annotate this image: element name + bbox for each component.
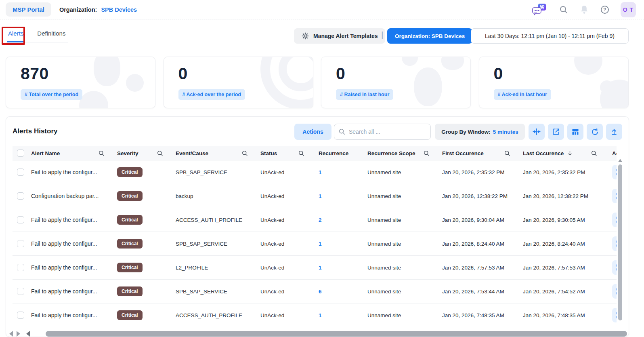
event-cause: backup — [176, 193, 193, 199]
columns-icon — [571, 128, 579, 136]
vertical-scrollbar-thumb[interactable] — [618, 164, 622, 320]
tab-definitions[interactable]: Definitions — [36, 25, 66, 42]
ai-assistant-icon[interactable] — [531, 2, 548, 17]
col-header-status[interactable]: Status — [260, 150, 277, 156]
scroll-up-icon[interactable] — [618, 159, 622, 162]
card-decoration — [574, 57, 602, 75]
status-value: UnAck-ed — [260, 241, 284, 247]
stat-value: 0 — [336, 64, 345, 83]
recurrence-link[interactable]: 1 — [319, 193, 322, 199]
gear-icon — [301, 32, 309, 40]
expand-alert-button[interactable] — [612, 260, 617, 275]
col-header-severity[interactable]: Severity — [117, 150, 138, 156]
select-all-checkbox[interactable] — [17, 150, 24, 157]
card-decoration — [402, 57, 418, 66]
card-decoration — [79, 91, 108, 108]
row-checkbox[interactable] — [17, 216, 24, 223]
recurrence-link[interactable]: 2 — [319, 217, 322, 223]
col-header-recurrence-scope[interactable]: Recurrence Scope — [367, 150, 415, 156]
open-in-new-button[interactable] — [548, 124, 564, 140]
alert-name: Configuration backup par... — [31, 193, 99, 199]
status-value: UnAck-ed — [260, 169, 284, 175]
expand-alert-button[interactable] — [612, 189, 617, 203]
alerts-history-panel: Alerts History Actions Group By Window: … — [6, 116, 629, 337]
status-value: UnAck-ed — [260, 217, 284, 223]
col-header-last-occurence[interactable]: Last Occurence — [523, 150, 564, 156]
col-header-first-occurence[interactable]: First Occurence — [442, 150, 484, 156]
column-search-icon[interactable] — [504, 150, 511, 157]
column-search-icon[interactable] — [98, 150, 105, 157]
expand-alert-button[interactable] — [612, 213, 617, 227]
help-icon[interactable]: ? — [600, 5, 610, 15]
alert-name: Fail to apply the configur... — [31, 169, 97, 175]
vertical-scrollbar[interactable] — [618, 159, 623, 330]
recurrence-link[interactable]: 1 — [319, 169, 322, 175]
recurrence-link[interactable]: 1 — [319, 312, 322, 318]
severity-badge: Critical — [117, 310, 143, 320]
msp-portal-logo[interactable]: MSP Portal — [6, 2, 51, 17]
severity-badge: Critical — [117, 215, 143, 225]
actions-button[interactable]: Actions — [294, 124, 331, 140]
col-header-alert-name[interactable]: Alert Name — [31, 150, 60, 156]
row-checkbox[interactable] — [17, 192, 24, 200]
row-checkbox[interactable] — [17, 264, 24, 271]
organization-filter-button[interactable]: Organization: SPB Devices — [387, 28, 472, 44]
expand-icon — [616, 168, 617, 176]
row-checkbox[interactable] — [17, 168, 24, 176]
recurrence-link[interactable]: 6 — [319, 289, 322, 295]
toolbar-divider: | — [381, 30, 383, 40]
export-button[interactable] — [606, 124, 622, 140]
first-occurence: Jan 20, 2026, 7:48:35 AM — [442, 312, 504, 318]
search-icon[interactable] — [559, 5, 568, 15]
recurrence-link[interactable]: 1 — [319, 265, 322, 271]
expand-alert-button[interactable] — [612, 284, 617, 299]
col-header-recurrence[interactable]: Recurrence — [319, 150, 348, 156]
user-avatar[interactable]: O T — [621, 2, 636, 17]
scroll-left-icon[interactable] — [26, 331, 30, 337]
page-next-icon[interactable] — [17, 331, 20, 337]
column-search-icon[interactable] — [298, 150, 305, 157]
stat-card: 0 # Ack-ed over the period — [164, 57, 313, 108]
manage-alert-templates-button[interactable]: Manage Alert Templates — [294, 28, 385, 44]
expand-alert-button[interactable] — [612, 308, 617, 322]
manage-alert-templates-label: Manage Alert Templates — [313, 33, 378, 39]
column-search-icon[interactable] — [157, 150, 164, 157]
horizontal-scrollbar-thumb[interactable] — [46, 331, 627, 337]
expand-alert-button[interactable] — [612, 236, 617, 251]
recurrence-link[interactable]: 1 — [319, 241, 322, 247]
group-by-window-button[interactable]: Group By Window: 5 minutes — [435, 124, 525, 140]
expand-alert-button[interactable] — [612, 165, 617, 179]
columns-settings-button[interactable] — [567, 124, 583, 140]
stat-value: 870 — [21, 64, 49, 83]
organization-name-link[interactable]: SPB Devices — [101, 6, 137, 13]
alert-name: Fail to apply the configur... — [31, 240, 97, 247]
column-search-icon[interactable] — [241, 150, 248, 157]
collapse-columns-button[interactable] — [529, 124, 545, 140]
first-occurence: Jan 20, 2026, 8:24:40 AM — [442, 241, 504, 247]
notifications-bell-icon[interactable] — [579, 4, 589, 15]
tab-alerts[interactable]: Alerts — [7, 25, 24, 42]
page-prev-icon[interactable] — [9, 331, 13, 337]
column-search-icon[interactable] — [423, 150, 430, 157]
event-cause: SPB_SAP_SERVICE — [176, 169, 227, 175]
stat-label-badge: # Raised in last hour — [336, 89, 393, 100]
col-header-event-cause[interactable]: Event/Cause — [176, 150, 208, 156]
date-range-picker[interactable]: Last 30 Days: 12:11 pm (Jan 10) - 12:11 … — [471, 28, 629, 44]
table-row: Fail to apply the configur... Critical S… — [13, 232, 617, 256]
refresh-button[interactable] — [587, 124, 603, 140]
last-occurence: Jan 20, 2026, 7:54:52 AM — [523, 289, 585, 295]
row-checkbox[interactable] — [17, 288, 24, 295]
sort-descending-icon[interactable] — [567, 150, 573, 156]
refresh-icon — [591, 128, 599, 136]
table-search-box[interactable] — [334, 124, 431, 140]
row-checkbox[interactable] — [17, 240, 24, 247]
card-decoration — [600, 80, 614, 94]
row-checkbox[interactable] — [17, 312, 24, 319]
status-value: UnAck-ed — [260, 265, 284, 271]
severity-badge: Critical — [117, 286, 143, 296]
horizontal-scrollbar[interactable] — [6, 330, 629, 337]
search-all-input[interactable] — [349, 128, 417, 135]
stats-row: 870 # Total over the period 0 # Ack-ed o… — [6, 57, 629, 108]
column-search-icon[interactable] — [591, 150, 598, 157]
table-row: Fail to apply the configur... Critical A… — [13, 303, 617, 327]
